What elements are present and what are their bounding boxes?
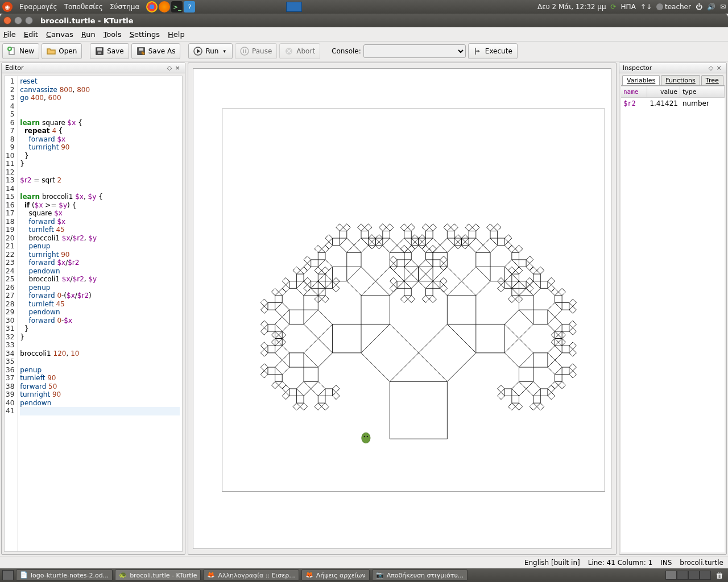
turtle-output <box>222 109 605 492</box>
console-label: Console: <box>332 47 361 55</box>
window-minimize-icon[interactable] <box>14 16 22 24</box>
menu-run[interactable]: Run <box>81 30 96 39</box>
run-button[interactable]: Run ▾ <box>188 43 233 59</box>
power-icon[interactable]: ⏻ <box>696 3 702 11</box>
task-icon: 📄 <box>20 571 28 579</box>
task-label: Λήψεις αρχείων <box>316 572 366 579</box>
variables-table: name value type $r2 1.41421 number <box>621 86 725 552</box>
window-maximize-icon[interactable] <box>25 16 33 24</box>
inspector-body: Variables Functions Tree name value type… <box>621 75 725 552</box>
editor-undock-icon[interactable]: ◇ <box>166 64 173 72</box>
task-label: logo-kturtle-notes-2.od... <box>31 572 109 579</box>
menu-help[interactable]: Help <box>168 30 185 39</box>
table-header: name value type <box>621 86 725 98</box>
terminal-icon[interactable]: >_ <box>171 1 183 13</box>
launcher-icons: >_ ? <box>146 1 195 13</box>
tab-tree[interactable]: Tree <box>701 75 723 85</box>
task-item[interactable]: 📷Αποθήκευση στιγμιότυ... <box>372 569 468 581</box>
inspector-tabs: Variables Functions Tree <box>621 75 725 86</box>
execute-button[interactable]: Execute <box>468 43 518 59</box>
status-cursor: Line: 41 Column: 1 <box>588 559 652 567</box>
system-tray: Δευ 2 Μάι, 12:32 μμ ⟳ ΗΠΑ ↑↓ teacher ⏻ 🔊… <box>537 3 726 11</box>
run-dropdown-icon[interactable]: ▾ <box>221 48 228 54</box>
apps-menu[interactable]: Εφαρμογές <box>19 3 57 11</box>
status-lang: English [built in] <box>524 559 580 567</box>
task-item[interactable]: 📄logo-kturtle-notes-2.od... <box>16 569 113 581</box>
menu-file[interactable]: File <box>3 30 16 39</box>
network-icon[interactable]: ↑↓ <box>640 3 652 11</box>
run-label: Run <box>205 47 218 55</box>
keyboard-indicator[interactable]: ΗΠΑ <box>621 3 636 11</box>
canvas[interactable] <box>193 68 612 550</box>
places-menu[interactable]: Τοποθεσίες <box>64 3 103 11</box>
new-button[interactable]: New <box>2 43 39 59</box>
trash-icon[interactable]: 🗑 <box>715 571 723 580</box>
task-icon: 🦊 <box>207 571 215 579</box>
menu-settings[interactable]: Settings <box>130 30 160 39</box>
volume-icon[interactable]: 🔊 <box>707 3 715 11</box>
canvas-column <box>187 61 618 556</box>
table-row[interactable]: $r2 1.41421 number <box>621 98 725 109</box>
window-close-icon[interactable] <box>3 16 11 24</box>
inspector-title: Inspector <box>623 64 652 72</box>
saveas-button[interactable]: Save As <box>131 43 181 59</box>
menu-tools[interactable]: Tools <box>104 30 122 39</box>
abort-label: Abort <box>296 47 315 55</box>
editor-panel: Editor ◇ × 12345678910111213141516171819… <box>1 63 185 555</box>
task-icon: 🐢 <box>119 571 127 579</box>
inspector-undock-icon[interactable]: ◇ <box>707 64 715 72</box>
open-label: Open <box>59 47 77 55</box>
window-titlebar[interactable]: brocoli.turtle - KTurtle <box>0 14 728 27</box>
status-mode: INS <box>660 559 672 567</box>
pause-button[interactable]: Pause <box>235 43 277 59</box>
menubar: File Edit Canvas Run Tools Settings Help <box>0 27 728 41</box>
code-editor[interactable]: 1234567891011121314151617181920212223242… <box>4 76 183 552</box>
canvas-drawing-area <box>222 109 606 492</box>
code-area[interactable]: reset canvassize 800, 800 go 400, 600 le… <box>18 76 182 551</box>
saveas-label: Save As <box>148 47 176 55</box>
firefox-icon[interactable] <box>159 1 170 13</box>
status-file: brocoli.turtle <box>680 559 723 567</box>
svg-rect-3 <box>97 48 102 51</box>
svg-point-13 <box>363 435 365 437</box>
editor-header: Editor ◇ × <box>2 63 185 73</box>
task-item[interactable]: 🐢brocoli.turtle - KTurtle <box>115 569 201 581</box>
inspector-close-icon[interactable]: × <box>715 64 723 72</box>
play-icon <box>193 47 202 56</box>
menu-edit[interactable]: Edit <box>24 30 38 39</box>
system-menu[interactable]: Σύστημα <box>110 3 140 11</box>
update-icon[interactable]: ⟳ <box>611 3 617 11</box>
save-button[interactable]: Save <box>90 43 129 59</box>
save-label: Save <box>107 47 123 55</box>
abort-button[interactable]: Abort <box>279 43 320 59</box>
tab-functions[interactable]: Functions <box>661 75 700 85</box>
editor-title: Editor <box>5 64 24 72</box>
new-file-icon <box>7 47 16 56</box>
execute-label: Execute <box>485 47 512 55</box>
ubuntu-logo-icon[interactable]: ◉ <box>2 2 13 12</box>
open-button[interactable]: Open <box>42 43 82 59</box>
panel-app-icon[interactable] <box>286 2 302 12</box>
pause-icon <box>240 47 249 56</box>
user-icon[interactable]: teacher <box>656 3 691 11</box>
save-icon <box>95 47 104 56</box>
show-desktop-button[interactable] <box>2 570 14 580</box>
desktop-panel: ◉ Εφαρμογές Τοποθεσίες Σύστημα >_ ? Δευ … <box>0 0 728 14</box>
task-label: Αλληλογραφία :: Εισερ... <box>218 572 295 579</box>
saveas-icon <box>136 47 146 56</box>
svg-rect-9 <box>243 49 244 53</box>
task-item[interactable]: 🦊Λήψεις αρχείων <box>301 569 370 581</box>
menu-canvas[interactable]: Canvas <box>46 30 73 39</box>
help-icon[interactable]: ? <box>184 1 195 13</box>
svg-point-12 <box>361 433 370 443</box>
task-item[interactable]: 🦊Αλληλογραφία :: Εισερ... <box>203 569 299 581</box>
chrome-icon[interactable] <box>146 1 158 13</box>
editor-close-icon[interactable]: × <box>173 64 181 72</box>
console-combobox[interactable] <box>363 44 466 58</box>
inspector-panel: Inspector ◇ × Variables Functions Tree n… <box>619 63 727 555</box>
workspace-pager[interactable] <box>665 571 711 580</box>
clock[interactable]: Δευ 2 Μάι, 12:32 μμ <box>537 3 606 11</box>
tab-variables[interactable]: Variables <box>622 75 660 85</box>
inspector-header: Inspector ◇ × <box>619 63 726 73</box>
mail-icon[interactable]: ✉ <box>720 3 726 11</box>
